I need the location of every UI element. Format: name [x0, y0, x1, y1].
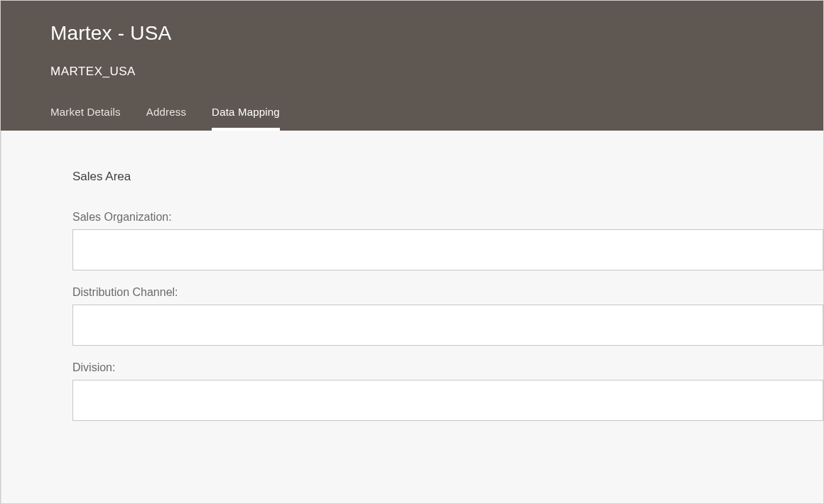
form-group-sales-organization: Sales Organization: [72, 211, 823, 270]
tab-data-mapping[interactable]: Data Mapping [212, 106, 280, 131]
input-division[interactable] [72, 380, 823, 421]
tab-market-details[interactable]: Market Details [50, 106, 121, 131]
page-subtitle: MARTEX_USA [50, 65, 823, 79]
input-sales-organization[interactable] [72, 229, 823, 270]
form-group-distribution-channel: Distribution Channel: [72, 286, 823, 346]
label-division: Division: [72, 361, 823, 374]
form-group-division: Division: [72, 361, 823, 421]
page-header: Martex - USA MARTEX_USA Market Details A… [1, 1, 823, 131]
label-distribution-channel: Distribution Channel: [72, 286, 823, 299]
section-title-sales-area: Sales Area [72, 170, 823, 184]
page-title: Martex - USA [50, 22, 823, 45]
label-sales-organization: Sales Organization: [72, 211, 823, 224]
page-container: Martex - USA MARTEX_USA Market Details A… [0, 0, 824, 504]
content-area: Sales Area Sales Organization: Distribut… [1, 131, 823, 503]
input-distribution-channel[interactable] [72, 305, 823, 346]
tab-bar: Market Details Address Data Mapping [50, 106, 823, 131]
tab-address[interactable]: Address [146, 106, 186, 131]
